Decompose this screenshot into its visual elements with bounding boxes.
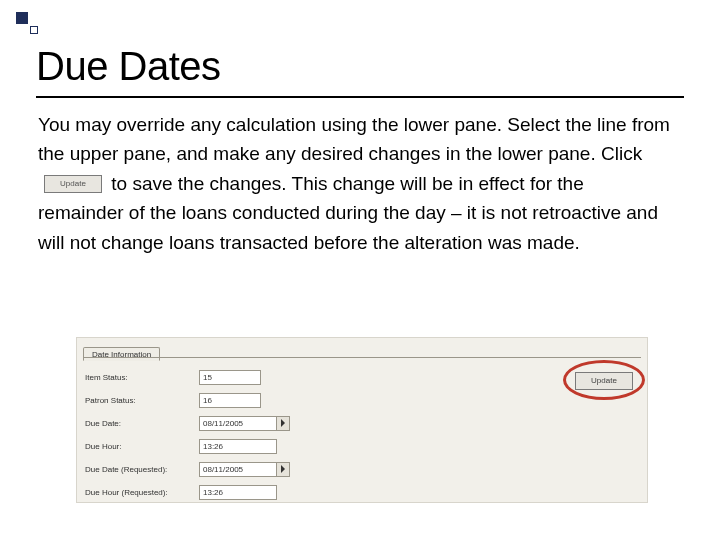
input-due-hour[interactable]: 13:26 (199, 439, 277, 454)
label-item-status: Item Status: (83, 373, 199, 382)
body-paragraph: You may override any calculation using t… (38, 110, 674, 257)
label-due-date: Due Date: (83, 419, 199, 428)
paragraph-part-1: You may override any calculation using t… (38, 114, 670, 164)
date-picker-button-requested[interactable] (276, 462, 290, 477)
date-picker-button[interactable] (276, 416, 290, 431)
inline-update-button-image: Update (44, 175, 102, 193)
label-due-hour: Due Hour: (83, 442, 199, 451)
input-due-date[interactable]: 08/11/2005 (199, 416, 277, 431)
form-area: Item Status: 15 Patron Status: 16 Due Da… (83, 366, 641, 498)
label-due-date-requested: Due Date (Requested): (83, 465, 199, 474)
input-patron-status[interactable]: 16 (199, 393, 261, 408)
page-title: Due Dates (36, 44, 220, 89)
tab-bar: Date Information (83, 342, 160, 358)
title-divider (36, 96, 684, 98)
row-due-hour: Due Hour: 13:26 (83, 435, 641, 457)
chevron-right-icon (280, 419, 286, 427)
paragraph-part-2: to save the changes. This change will be… (38, 173, 658, 253)
label-patron-status: Patron Status: (83, 396, 199, 405)
row-due-date: Due Date: 08/11/2005 (83, 412, 641, 434)
tab-underline (83, 357, 641, 358)
row-patron-status: Patron Status: 16 (83, 389, 641, 411)
row-due-date-requested: Due Date (Requested): 08/11/2005 (83, 458, 641, 480)
input-due-date-requested[interactable]: 08/11/2005 (199, 462, 277, 477)
date-information-panel-screenshot: Date Information Update Item Status: 15 … (76, 337, 648, 503)
slide-corner-decoration (16, 12, 40, 36)
label-due-hour-requested: Due Hour (Requested): (83, 488, 199, 497)
input-due-hour-requested[interactable]: 13:26 (199, 485, 277, 500)
tab-date-information[interactable]: Date Information (83, 347, 160, 361)
input-item-status[interactable]: 15 (199, 370, 261, 385)
row-item-status: Item Status: 15 (83, 366, 641, 388)
row-due-hour-requested: Due Hour (Requested): 13:26 (83, 481, 641, 503)
chevron-right-icon (280, 465, 286, 473)
